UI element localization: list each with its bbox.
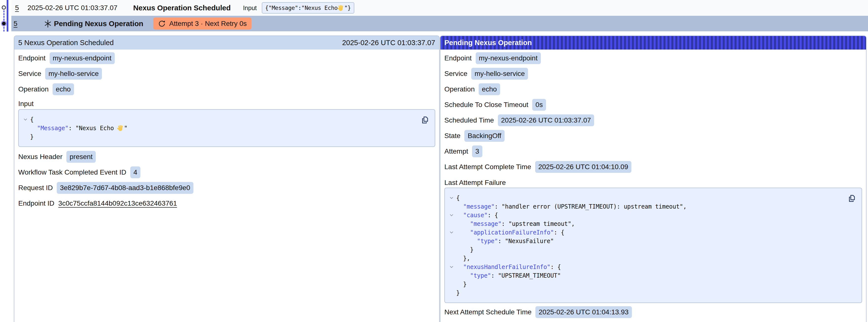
- field-row-endpoint-id: Endpoint ID3c0c75ccfa8144b092c13ce632463…: [18, 197, 435, 209]
- json-line: "message": "upstream timeout",: [450, 219, 857, 228]
- failure-json-viewer: {"message": "handler error (UPSTREAM_TIM…: [444, 188, 862, 303]
- json-line: {: [24, 115, 430, 124]
- field-value-badge: my-nexus-endpoint: [476, 52, 541, 64]
- field-row-scheduled-time: Scheduled Time2025-02-26 UTC 01:03:37.07: [444, 115, 862, 126]
- json-line: }: [24, 132, 430, 141]
- field-value-badge: 3e829b7e-7d67-4b08-aad3-b1e868bfe9e0: [57, 182, 193, 194]
- json-line: "cause": {: [450, 211, 857, 219]
- field-label: Nexus Header: [18, 153, 62, 161]
- collapse-chevron-icon[interactable]: [450, 214, 453, 216]
- collapse-chevron-icon[interactable]: [450, 197, 453, 199]
- asterisk-icon: [44, 20, 52, 28]
- event-row-input-label: Input: [243, 4, 257, 11]
- field-row-nexus-header: Nexus Headerpresent: [18, 151, 435, 163]
- copy-input-button[interactable]: [421, 116, 429, 125]
- copy-failure-button[interactable]: [847, 194, 856, 203]
- event-id-link[interactable]: 5: [15, 4, 19, 12]
- field-label: Endpoint: [18, 54, 45, 62]
- field-value-badge: present: [66, 151, 96, 163]
- field-value-link[interactable]: 3c0c75ccfa8144b092c13ce632463761: [58, 199, 177, 207]
- field-value-badge: echo: [479, 83, 500, 95]
- field-row-request-id: Request ID3e829b7e-7d67-4b08-aad3-b1e868…: [18, 182, 435, 194]
- field-label: Endpoint: [444, 54, 472, 62]
- field-value-badge: my-hello-service: [45, 68, 102, 79]
- json-line: "message": "handler error (UPSTREAM_TIME…: [450, 202, 857, 211]
- json-line: {: [450, 194, 857, 202]
- field-value-badge: 0s: [532, 99, 546, 111]
- field-label: Request ID: [18, 184, 53, 192]
- field-row-next-attempt-schedule-time: Next Attempt Schedule Time2025-02-26 UTC…: [444, 306, 862, 318]
- field-row-endpoint: Endpointmy-nexus-endpoint: [18, 52, 435, 64]
- pending-panel-header: Pending Nexus Operation: [440, 36, 866, 50]
- field-row-operation: Operationecho: [444, 83, 862, 95]
- json-line: }: [450, 280, 857, 288]
- field-row-service: Servicemy-hello-service: [18, 68, 435, 79]
- field-row-operation: Operationecho: [18, 83, 435, 95]
- field-value-badge: 2025-02-26 UTC 01:03:37.07: [498, 115, 594, 126]
- field-row-last-attempt-complete-time: Last Attempt Complete Time2025-02-26 UTC…: [444, 161, 862, 173]
- json-line: "nexusHandlerFailureInfo": {: [450, 263, 857, 271]
- field-label: Schedule To Close Timeout: [444, 101, 528, 109]
- json-line: "type": "UPSTREAM_TIMEOUT": [450, 271, 857, 280]
- pending-panel-title: Pending Nexus Operation: [444, 39, 532, 47]
- json-line: "Message": "Nexus Echo ": [24, 124, 430, 132]
- field-label: Workflow Task Completed Event ID: [18, 168, 126, 176]
- event-row-scheduled[interactable]: 5 2025-02-26 UTC 01:03:37.07 Nexus Opera…: [11, 0, 868, 16]
- copy-icon: [421, 116, 429, 125]
- field-label: Service: [18, 70, 41, 78]
- event-panel-timestamp: 2025-02-26 UTC 01:03:37.07: [342, 39, 435, 47]
- field-label: State: [444, 132, 460, 140]
- failure-section-label: Last Attempt Failure: [444, 178, 862, 188]
- field-label: Next Attempt Schedule Time: [444, 308, 531, 316]
- retry-badge-text: Attempt 3 · Next Retry 0s: [169, 20, 247, 28]
- waving-hand-emoji: [117, 125, 124, 131]
- field-row-state: StateBackingOff: [444, 130, 862, 142]
- collapse-chevron-icon[interactable]: [450, 231, 453, 233]
- timeline-dashed-line: [3, 10, 4, 32]
- collapse-chevron-icon[interactable]: [24, 118, 27, 121]
- field-value-badge: BackingOff: [464, 130, 504, 142]
- field-label: Operation: [444, 85, 475, 93]
- field-value-badge: my-hello-service: [471, 68, 528, 79]
- json-line: "applicationFailureInfo": {: [450, 228, 857, 237]
- json-line: }: [450, 245, 857, 254]
- field-value-badge: 4: [130, 166, 141, 178]
- event-row-timestamp: 2025-02-26 UTC 01:03:37.07: [28, 4, 118, 12]
- pending-operation-panel: Pending Nexus Operation Endpointmy-nexus…: [440, 35, 867, 322]
- field-label: Operation: [18, 85, 49, 93]
- input-section-label: Input: [18, 99, 435, 109]
- field-value-badge: echo: [53, 83, 74, 95]
- field-label: Scheduled Time: [444, 117, 494, 124]
- field-value-badge: my-nexus-endpoint: [50, 52, 115, 64]
- field-value-badge: 2025-02-26 UTC 01:04:13.93: [535, 306, 632, 318]
- field-value-badge: 2025-02-26 UTC 01:04:10.09: [535, 161, 631, 173]
- event-row-title: Nexus Operation Scheduled: [133, 4, 231, 12]
- field-label: Last Attempt Complete Time: [444, 163, 531, 171]
- field-row-endpoint: Endpointmy-nexus-endpoint: [444, 52, 862, 64]
- field-row-service: Servicemy-hello-service: [444, 68, 862, 79]
- retry-icon: [158, 20, 166, 28]
- field-label: Endpoint ID: [18, 199, 54, 207]
- collapse-chevron-icon[interactable]: [450, 266, 453, 268]
- field-label: Attempt: [444, 148, 468, 155]
- copy-icon: [847, 194, 856, 203]
- json-line: },: [450, 254, 857, 263]
- retry-status-badge: Attempt 3 · Next Retry 0s: [153, 18, 251, 30]
- field-value-badge: 3: [472, 146, 483, 157]
- event-history-view: 5 2025-02-26 UTC 01:03:37.07 Nexus Opera…: [0, 0, 868, 322]
- timeline-node-active-dot[interactable]: [2, 22, 6, 25]
- pending-operation-row[interactable]: 5 Pending Nexus Operation Attempt 3 · Ne…: [11, 16, 868, 31]
- json-line: }: [450, 288, 857, 297]
- input-json-viewer: {"Message": "Nexus Echo "}: [18, 109, 435, 147]
- timeline-rail-bar: [7, 0, 8, 32]
- field-label: Service: [444, 70, 467, 78]
- field-row-workflow-task-completed-event-id: Workflow Task Completed Event ID4: [18, 166, 435, 178]
- event-row-input-preview-badge: {"Message":"Nexus Echo "}: [262, 2, 354, 13]
- waving-hand-emoji: [338, 5, 344, 11]
- field-row-attempt: Attempt3: [444, 146, 862, 157]
- pending-row-title: Pending Nexus Operation: [54, 20, 143, 28]
- timeline-node-open-circle[interactable]: [2, 5, 6, 10]
- event-detail-panel: 5 Nexus Operation Scheduled 2025-02-26 U…: [14, 35, 440, 322]
- pending-row-id-link[interactable]: 5: [13, 20, 18, 28]
- event-panel-header: 5 Nexus Operation Scheduled 2025-02-26 U…: [14, 36, 439, 50]
